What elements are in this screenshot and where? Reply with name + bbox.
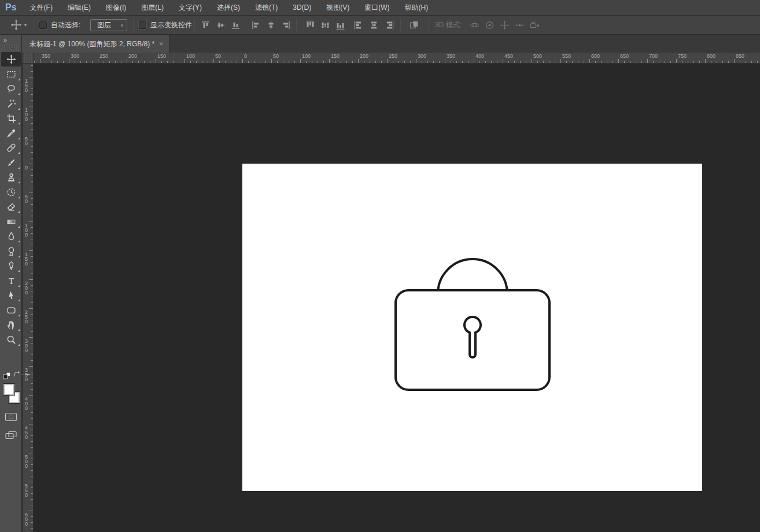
tool-eraser-tool[interactable] [1,200,21,214]
tool-history-brush-tool[interactable] [1,185,21,200]
tool-magic-wand-tool[interactable] [1,97,21,111]
tool-pen-tool[interactable] [1,258,21,273]
ruler-origin-corner[interactable] [23,53,34,64]
ruler-tick [31,297,33,297]
distribute-left-edges-button[interactable] [352,19,366,31]
tool-move-tool[interactable] [1,52,21,66]
tool-preset-chevron-icon[interactable]: ▼ [23,16,28,35]
tool-gradient-tool[interactable] [1,215,21,229]
tool-type-tool[interactable]: T [1,274,21,288]
align-vertical-centers-button[interactable] [213,19,227,31]
tool-dodge-tool[interactable] [1,244,21,258]
panel-collapse-chevrons-icon[interactable]: » [3,36,6,43]
screen-mode-button[interactable] [5,430,17,441]
tool-spot-healing-brush-tool[interactable] [1,141,21,155]
tool-rounded-rectangle-tool[interactable] [1,303,21,317]
3d-slide-button[interactable] [512,19,526,31]
align-left-edges-button[interactable] [249,19,263,31]
3d-pan-button[interactable] [497,19,511,31]
ruler-tick [31,389,33,390]
menu-item-6[interactable]: 选择(S) [209,0,248,16]
menu-item-8[interactable]: 3D(D) [285,0,319,16]
align-right-edges-button[interactable] [279,19,293,31]
vertical-ruler[interactable]: 1 5 01 0 05 005 01 0 01 5 02 0 02 5 03 0… [23,64,34,532]
distribute-vertical-centers-button[interactable] [318,19,332,31]
ruler-label: 850 [736,53,744,59]
align-top-edges-button[interactable] [198,19,212,31]
tool-path-selection-tool[interactable] [1,288,21,302]
show-transform-controls-checkbox[interactable] [139,21,146,29]
foreground-color-swatch[interactable] [3,383,15,396]
tool-crop-tool[interactable] [1,111,21,125]
ruler-tick [717,61,717,63]
tab-close-icon[interactable]: × [154,40,168,48]
ruler-tick [104,61,104,63]
3d-rotate-button[interactable] [467,19,481,31]
ruler-label: 450 [504,53,513,59]
ruler-tick [31,239,33,239]
default-colors-icon[interactable] [3,372,12,381]
ruler-tick [29,250,33,251]
ruler-tick [520,61,521,63]
menu-item-2[interactable]: 编辑(E) [60,0,98,16]
tool-rectangular-marquee-tool[interactable] [1,67,21,82]
menu-item-7[interactable]: 滤镜(T) [248,0,285,16]
distribute-top-edges-button[interactable] [303,19,317,31]
quick-mask-mode-button[interactable] [5,412,17,422]
document-tab[interactable]: 未标题-1 @ 100% (圆角矩形 2, RGB/8) * × [22,35,169,53]
tool-blur-tool[interactable] [1,229,21,243]
menu-item-1[interactable]: 文件(F) [23,0,60,16]
distribute-horizontal-centers-button[interactable] [367,19,381,31]
tool-clone-stamp-tool[interactable] [1,170,21,184]
brush-tool-icon [6,158,16,168]
ruler-tick [427,61,428,63]
ruler-tick [439,61,440,63]
history-brush-tool-icon [6,187,16,197]
auto-align-layers-button[interactable] [407,19,421,31]
menu-item-3[interactable]: 图像(I) [98,0,134,16]
ruler-tick [98,59,98,63]
ruler-tick [433,61,434,63]
tool-edit-toolbar-ellipsis[interactable] [1,356,21,370]
horizontal-ruler[interactable]: 3503002502001501005005010015020025030035… [34,53,760,64]
ruler-tick [31,360,33,361]
ruler-tick [560,59,561,63]
flyout-triangle-icon [18,300,20,301]
move-tool-preset-icon[interactable] [10,19,22,31]
ruler-tick [352,61,353,63]
3d-mode-label: 3D 模式: [435,16,462,35]
tool-eyedropper-tool[interactable] [1,126,21,141]
ruler-label: 150 [331,53,340,59]
ruler-tick [630,61,630,63]
distribute-right-edges-button[interactable] [382,19,396,31]
ruler-tick [31,210,33,210]
ruler-tick [508,61,509,63]
align-horizontal-centers-button[interactable] [264,19,278,31]
ruler-tick [526,61,526,63]
panel-grip[interactable] [2,45,20,50]
3d-zoom-button[interactable] [527,19,541,31]
tool-hand-tool[interactable] [1,317,21,332]
3d-roll-button[interactable] [482,19,496,31]
tool-brush-tool[interactable] [1,156,21,170]
menu-item-10[interactable]: 窗口(W) [357,0,397,16]
ruler-tick [196,61,197,63]
ruler-tick [289,61,289,63]
ruler-tick [31,464,33,465]
menu-item-4[interactable]: 图层(L) [134,0,171,16]
swap-colors-icon[interactable] [13,371,21,379]
document-tab-title: 未标题-1 @ 100% (圆角矩形 2, RGB/8) * [22,39,154,49]
menu-item-9[interactable]: 视图(V) [319,0,357,16]
distribute-bottom-edges-button[interactable] [333,19,347,31]
tool-lasso-tool[interactable] [1,82,21,96]
ruler-tick [578,61,578,63]
menu-item-11[interactable]: 帮助(H) [397,0,436,16]
menu-item-5[interactable]: 文字(Y) [171,0,209,16]
align-bottom-edges-button[interactable] [228,19,242,31]
auto-select-target-dropdown[interactable]: 图层 ˅ [90,19,127,31]
auto-select-checkbox[interactable] [39,21,47,29]
ruler-tick [31,499,33,500]
tool-zoom-tool[interactable] [1,332,21,347]
auto-select-dropdown-value: 图层 [91,20,117,30]
menu-bar: Ps 文件(F)编辑(E)图像(I)图层(L)文字(Y)选择(S)滤镜(T)3D… [0,0,760,16]
